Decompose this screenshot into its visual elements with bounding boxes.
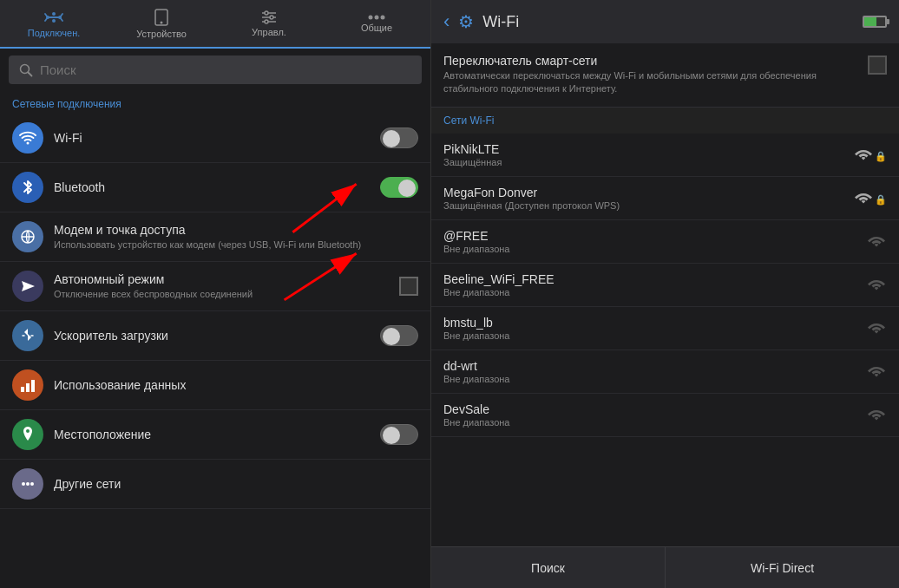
smart-network-checkbox[interactable] xyxy=(868,56,887,75)
lock-icon: 🔒 xyxy=(875,151,887,162)
wifi-signal-indicator xyxy=(866,320,887,336)
wifi-signal-strong-icon xyxy=(853,147,874,162)
svg-point-23 xyxy=(22,482,25,486)
smart-network-description: Автоматически переключаться между Wi-Fi … xyxy=(443,69,859,96)
tether-item-content: Модем и точка доступа Использовать устро… xyxy=(54,223,418,251)
boost-item-title: Ускоритель загрузки xyxy=(54,329,380,343)
boost-toggle[interactable] xyxy=(380,325,418,346)
tab-manage[interactable]: Управл. xyxy=(215,0,323,47)
wifi-network-beeline[interactable]: Beeline_WiFi_FREE Вне диапазона xyxy=(431,264,899,307)
battery-area xyxy=(863,16,887,28)
settings-item-other[interactable]: Другие сети xyxy=(0,460,430,509)
wifi-network-status: Защищённая (Доступен протокол WPS) xyxy=(443,200,853,211)
wifi-header: ‹ ⚙ Wi-Fi xyxy=(431,0,899,43)
search-bar[interactable] xyxy=(9,56,422,84)
wifi-network-text: MegaFon Donver Защищённая (Доступен прот… xyxy=(443,186,853,211)
top-nav: Подключен. Устройство Управл. xyxy=(0,0,430,49)
right-wifi-panel: ‹ ⚙ Wi-Fi Переключатель смарт-сети Автом… xyxy=(431,0,899,588)
wifi-network-bmstu[interactable]: bmstu_lb Вне диапазона xyxy=(431,307,899,350)
wifi-network-piknikLTE[interactable]: PikNikLTE Защищённая 🔒 xyxy=(431,134,899,177)
wifi-network-status: Вне диапазона xyxy=(443,417,866,428)
wifi-signal-indicator xyxy=(866,363,887,379)
wifi-network-text: Beeline_WiFi_FREE Вне диапазона xyxy=(443,272,866,297)
data-item-content: Использование данных xyxy=(54,378,418,392)
tether-item-title: Модем и точка доступа xyxy=(54,223,418,237)
location-icon xyxy=(12,419,43,450)
svg-point-24 xyxy=(26,482,30,486)
settings-item-bluetooth[interactable]: Bluetooth xyxy=(0,163,430,212)
wifi-page-title: Wi-Fi xyxy=(482,13,854,31)
bluetooth-item-title: Bluetooth xyxy=(54,180,380,194)
wifi-network-text: DevSale Вне диапазона xyxy=(443,402,866,428)
tab-device[interactable]: Устройство xyxy=(108,0,215,47)
settings-item-airplane[interactable]: Автономный режим Отключение всех беспров… xyxy=(0,262,430,311)
settings-item-data[interactable]: Использование данных xyxy=(0,361,430,410)
settings-item-boost[interactable]: Ускоритель загрузки xyxy=(0,311,430,361)
other-item-title: Другие сети xyxy=(54,477,418,491)
svg-line-16 xyxy=(29,72,32,75)
wifi-item-content: Wi-Fi xyxy=(54,131,380,145)
wifi-direct-button[interactable]: Wi-Fi Direct xyxy=(666,547,899,588)
svg-rect-21 xyxy=(31,380,35,392)
bluetooth-icon xyxy=(12,172,43,203)
wifi-signal-indicator: 🔒 xyxy=(853,147,887,162)
svg-point-13 xyxy=(375,15,379,19)
wifi-network-text: bmstu_lb Вне диапазона xyxy=(443,316,866,341)
wifi-icon xyxy=(12,122,43,154)
back-button[interactable]: ‹ xyxy=(443,10,450,33)
wifi-networks-section-header: Сети Wi-Fi xyxy=(431,108,899,134)
svg-point-2 xyxy=(52,12,56,16)
wifi-network-name: Beeline_WiFi_FREE xyxy=(443,272,866,286)
wifi-signal-strong-icon xyxy=(853,190,874,206)
settings-item-location[interactable]: Местоположение xyxy=(0,410,430,460)
svg-point-9 xyxy=(265,11,268,15)
wifi-network-ddwrt[interactable]: dd-wrt Вне диапазона xyxy=(431,350,899,394)
settings-item-tether[interactable]: Модем и точка доступа Использовать устро… xyxy=(0,212,430,262)
wifi-signal-weak-icon xyxy=(866,320,887,336)
tether-icon xyxy=(12,221,43,252)
search-icon xyxy=(19,63,33,77)
other-item-content: Другие сети xyxy=(54,477,418,491)
wifi-network-name: @FREE xyxy=(443,229,866,243)
wifi-signal-weak-icon xyxy=(866,233,887,249)
smart-network-section: Переключатель смарт-сети Автоматически п… xyxy=(431,43,899,108)
tab-connections[interactable]: Подключен. xyxy=(0,0,108,49)
bluetooth-item-content: Bluetooth xyxy=(54,180,380,194)
search-input[interactable] xyxy=(40,62,411,77)
svg-point-25 xyxy=(30,482,34,486)
settings-gear-icon: ⚙ xyxy=(458,11,474,32)
svg-rect-20 xyxy=(26,383,30,392)
wifi-search-button[interactable]: Поиск xyxy=(431,547,666,588)
smart-network-title: Переключатель смарт-сети xyxy=(443,54,859,68)
wifi-network-megafon[interactable]: MegaFon Donver Защищённая (Доступен прот… xyxy=(431,177,899,220)
wifi-network-text: @FREE Вне диапазона xyxy=(443,229,866,254)
lock-icon: 🔒 xyxy=(875,194,887,206)
tether-item-subtitle: Использовать устройство как модем (через… xyxy=(54,238,418,251)
wifi-signal-indicator xyxy=(866,277,887,292)
airplane-checkbox[interactable] xyxy=(399,277,418,296)
settings-list: Wi-Fi Bluetooth xyxy=(0,114,430,588)
svg-point-1 xyxy=(58,16,62,19)
smart-network-text: Переключатель смарт-сети Автоматически п… xyxy=(443,54,859,96)
location-toggle[interactable] xyxy=(380,424,418,445)
wifi-network-status: Вне диапазона xyxy=(443,374,866,384)
svg-point-11 xyxy=(265,20,268,23)
tab-general[interactable]: Общие xyxy=(323,0,430,47)
boost-item-content: Ускоритель загрузки xyxy=(54,329,380,343)
wifi-signal-weak-icon xyxy=(866,277,887,292)
wifi-network-devsale[interactable]: DevSale Вне диапазона xyxy=(431,394,899,437)
wifi-signal-indicator: 🔒 xyxy=(853,190,887,206)
bluetooth-toggle[interactable] xyxy=(380,177,418,198)
wifi-network-free[interactable]: @FREE Вне диапазона xyxy=(431,220,899,264)
wifi-network-name: dd-wrt xyxy=(443,359,866,373)
settings-item-wifi[interactable]: Wi-Fi xyxy=(0,114,430,163)
wifi-toggle[interactable] xyxy=(380,127,418,148)
svg-point-22 xyxy=(26,429,30,433)
svg-point-12 xyxy=(369,15,373,19)
section-header-network: Сетевые подключения xyxy=(0,91,430,114)
wifi-signal-weak-icon xyxy=(866,407,887,422)
wifi-network-name: DevSale xyxy=(443,402,866,416)
airplane-item-subtitle: Отключение всех беспроводных соединений xyxy=(54,288,399,300)
wifi-network-name: PikNikLTE xyxy=(443,142,853,156)
data-item-title: Использование данных xyxy=(54,378,418,392)
